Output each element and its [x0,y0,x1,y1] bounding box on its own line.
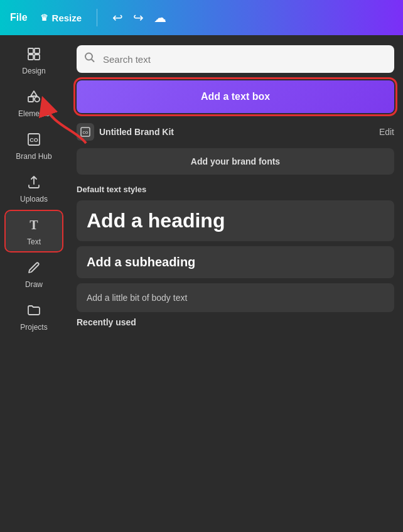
sidebar-item-design[interactable]: Design [6,40,62,80]
cloud-icon: ☁ [154,10,166,25]
svg-marker-6 [31,91,37,96]
text-icon: T [26,217,41,235]
subheading-style-item[interactable]: Add a subheading [77,246,394,278]
sidebar-item-elements-label: Elements [18,109,50,118]
sidebar-item-uploads[interactable]: Uploads [6,168,62,209]
topbar-actions: ↩ ↪ ☁ [112,10,166,25]
sidebar-item-uploads-label: Uploads [20,195,48,204]
redo-button[interactable]: ↪ [133,10,144,25]
resize-button[interactable]: ♛ Resize [40,13,82,23]
svg-rect-0 [28,48,33,53]
file-menu[interactable]: File [10,12,28,23]
svg-text:CO: CO [30,137,38,143]
sidebar: Design Elements CO Brand Hub [0,35,68,532]
topbar-divider [97,9,97,26]
sidebar-item-brand-hub-label: Brand Hub [16,152,51,161]
draw-icon [26,260,41,278]
sidebar-item-design-label: Design [22,67,45,75]
body-style-item[interactable]: Add a little bit of body text [77,283,394,312]
sidebar-item-elements[interactable]: Elements [6,83,62,123]
content-panel: Add a text box CO Untitled Brand Kit Edi… [68,35,403,532]
brand-kit-icon: CO [77,123,94,141]
undo-icon: ↩ [112,10,123,25]
add-textbox-button[interactable]: Add a text box [77,80,394,113]
svg-rect-4 [28,97,33,102]
uploads-icon [26,175,41,192]
undo-button[interactable]: ↩ [112,10,123,25]
sidebar-item-draw[interactable]: Draw [6,254,62,294]
sidebar-item-text-label: Text [27,237,41,246]
brand-kit-row: CO Untitled Brand Kit Edit [77,123,394,141]
heading-text: Add a heading [87,209,225,232]
subheading-text: Add a subheading [87,255,195,269]
crown-icon: ♛ [40,13,48,23]
sidebar-item-draw-label: Draw [25,280,43,289]
cloud-save-button[interactable]: ☁ [154,10,166,25]
brand-hub-icon: CO [26,132,41,149]
main-layout: Design Elements CO Brand Hub [0,35,403,532]
search-container [77,45,394,73]
search-input[interactable] [77,45,394,73]
topbar: File ♛ Resize ↩ ↪ ☁ [0,0,403,35]
sidebar-item-projects-label: Projects [20,323,47,332]
add-brand-fonts-button[interactable]: Add your brand fonts [77,148,394,175]
search-icon [84,52,95,67]
svg-point-5 [35,97,40,102]
sidebar-item-projects[interactable]: Projects [6,296,62,337]
brand-kit-left: CO Untitled Brand Kit [77,123,174,141]
svg-rect-3 [35,55,40,60]
sidebar-item-brand-hub[interactable]: CO Brand Hub [6,126,62,166]
resize-label: Resize [52,13,82,23]
svg-text:CO: CO [83,131,89,134]
body-text: Add a little bit of body text [87,293,187,303]
recently-used-label: Recently used [77,317,394,327]
redo-icon: ↪ [133,10,144,25]
svg-rect-1 [35,48,40,53]
svg-text:T: T [30,218,38,232]
heading-style-item[interactable]: Add a heading [77,200,394,241]
projects-icon [26,303,41,320]
sidebar-item-text[interactable]: T Text [6,211,62,251]
svg-rect-2 [28,55,33,60]
brand-kit-name: Untitled Brand Kit [99,127,174,137]
brand-kit-edit-button[interactable]: Edit [379,127,394,137]
default-text-styles-label: Default text styles [77,185,394,194]
elements-icon [26,89,41,107]
design-icon [26,46,41,64]
